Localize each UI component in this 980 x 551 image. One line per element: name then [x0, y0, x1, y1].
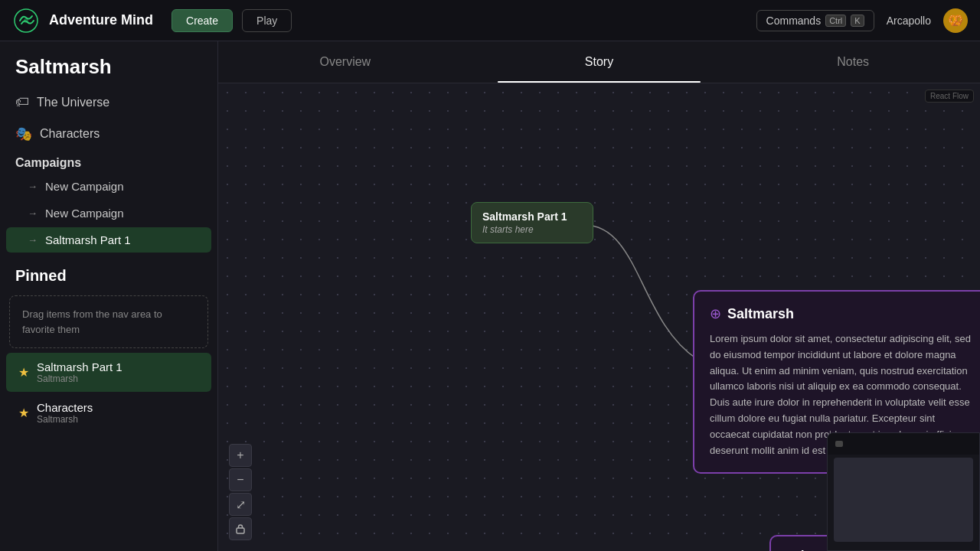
arrow-icon-1: →: [28, 181, 38, 192]
saltmarsh-part1-label: Saltmarsh Part 1: [45, 233, 131, 246]
large-node-title: Saltmarsh: [727, 306, 794, 322]
user-name: Arcapollo: [887, 15, 931, 27]
kbd-k: K: [851, 15, 864, 27]
svg-point-1: [24, 18, 28, 23]
pinned-item-name-2: Characters: [37, 401, 93, 414]
sidebar-item-saltmarsh-part1[interactable]: → Saltmarsh Part 1: [6, 227, 211, 253]
topbar-right: Commands Ctrl K Arcapollo 🥨: [756, 8, 968, 33]
sidebar-item-characters[interactable]: 🎭 Characters: [0, 118, 217, 150]
drag-hint: Drag items from the nav area to favorite…: [9, 295, 208, 348]
mini-preview-panel: [827, 432, 980, 551]
sidebar-item-new-campaign-1[interactable]: → New Campaign: [6, 174, 211, 199]
fit-button[interactable]: ⤢: [229, 493, 252, 516]
new-campaign-2-label: New Campaign: [45, 207, 124, 220]
tabs-bar: Overview Story Notes: [218, 41, 980, 83]
app-logo: [12, 7, 40, 34]
canvas-controls: + − ⤢: [229, 444, 252, 540]
topbar: Adventure Mind Create Play Commands Ctrl…: [0, 0, 980, 41]
app-title: Adventure Mind: [49, 12, 153, 28]
sidebar-item-universe[interactable]: 🏷 The Universe: [0, 86, 217, 118]
characters-icon: 🎭: [15, 126, 32, 142]
avatar[interactable]: 🥨: [943, 8, 968, 33]
lock-button[interactable]: [229, 517, 252, 540]
tab-story[interactable]: Story: [472, 41, 727, 83]
story-canvas[interactable]: React Flow Saltmarsh Part 1 It starts he…: [218, 83, 980, 551]
pinned-item-characters[interactable]: ★ Characters Saltmarsh: [6, 393, 211, 432]
mini-preview-thumb: [834, 458, 973, 542]
new-campaign-1-label: New Campaign: [45, 180, 124, 193]
pinned-title: Pinned: [0, 262, 217, 291]
zoom-in-button[interactable]: +: [229, 444, 252, 467]
svg-rect-2: [237, 528, 244, 533]
location-compass-icon: ⊕: [783, 547, 795, 551]
commands-label: Commands: [766, 15, 822, 27]
react-flow-badge: React Flow: [925, 90, 974, 103]
pinned-section: Pinned Drag items from the nav area to f…: [0, 253, 217, 443]
pinned-item-name-1: Saltmarsh Part 1: [37, 360, 122, 373]
arrow-icon-2: →: [28, 207, 38, 219]
tab-overview[interactable]: Overview: [218, 41, 472, 83]
arrow-icon-3: →: [28, 234, 38, 246]
kbd-ctrl: Ctrl: [825, 15, 846, 27]
sidebar-item-universe-label: The Universe: [37, 96, 109, 109]
mini-bar-dot: [835, 441, 843, 447]
tab-notes[interactable]: Notes: [726, 41, 980, 83]
star-icon-1: ★: [18, 365, 29, 380]
small-node-subtitle: It starts here: [482, 224, 582, 235]
create-button[interactable]: Create: [172, 9, 233, 32]
large-node-header: ⊕ Saltmarsh: [710, 305, 975, 322]
sidebar-item-characters-label: Characters: [40, 127, 100, 141]
campaigns-section-label: Campaigns: [0, 150, 217, 173]
story-node-small[interactable]: Saltmarsh Part 1 It starts here: [471, 202, 593, 243]
play-button[interactable]: Play: [242, 9, 292, 32]
pinned-item-saltmarsh-part1[interactable]: ★ Saltmarsh Part 1 Saltmarsh: [6, 353, 211, 392]
sidebar: Saltmarsh 🏷 The Universe 🎭 Characters Ca…: [0, 41, 218, 551]
star-icon-2: ★: [18, 406, 29, 420]
zoom-out-button[interactable]: −: [229, 468, 252, 491]
main-layout: Saltmarsh 🏷 The Universe 🎭 Characters Ca…: [0, 41, 980, 551]
sidebar-item-new-campaign-2[interactable]: → New Campaign: [6, 201, 211, 226]
commands-button[interactable]: Commands Ctrl K: [756, 10, 874, 31]
pinned-item-text-2: Characters Saltmarsh: [37, 401, 93, 425]
pinned-item-text-1: Saltmarsh Part 1 Saltmarsh: [37, 360, 122, 384]
mini-preview-bar: [828, 433, 979, 455]
sidebar-campaign-title: Saltmarsh: [0, 41, 217, 86]
pinned-item-sub-2: Saltmarsh: [37, 414, 93, 425]
compass-icon: ⊕: [710, 305, 721, 322]
content-area: Overview Story Notes React Flow Saltmars…: [218, 41, 980, 551]
small-node-title: Saltmarsh Part 1: [482, 210, 582, 223]
pinned-item-sub-1: Saltmarsh: [37, 373, 122, 384]
universe-icon: 🏷: [15, 94, 29, 110]
